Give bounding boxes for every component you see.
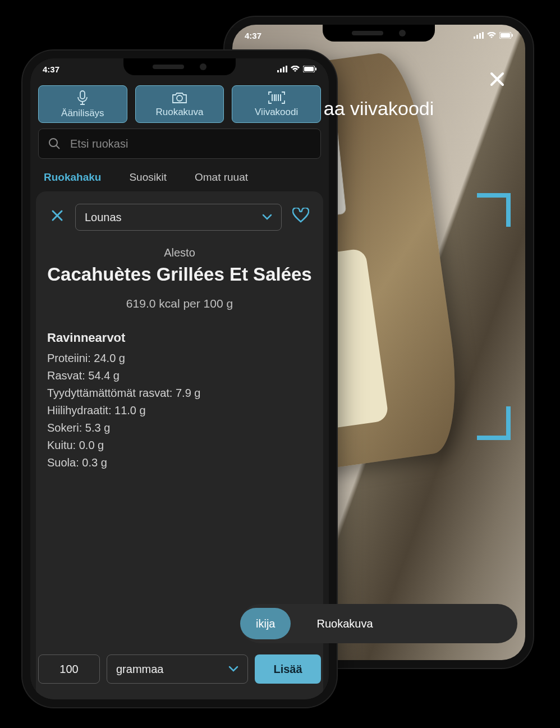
scanner-mode-toggle: ikija Ruokakuva xyxy=(240,604,517,643)
voice-add-button[interactable]: Äänilisäys xyxy=(38,85,127,123)
status-time: 4:37 xyxy=(245,31,261,40)
svg-rect-8 xyxy=(280,68,282,72)
voice-add-label: Äänilisäys xyxy=(61,108,104,119)
add-button[interactable]: Lisää xyxy=(255,654,321,684)
notch xyxy=(323,25,435,42)
nutrient-salt: Suola: 0.3 g xyxy=(47,456,312,469)
status-indicators xyxy=(474,32,513,39)
status-indicators xyxy=(277,66,316,72)
barcode-label: Viivakoodi xyxy=(255,107,298,118)
svg-rect-0 xyxy=(474,36,475,39)
microphone-icon xyxy=(76,90,89,105)
nutrient-carbs: Hiilihydraatit: 11.0 g xyxy=(47,404,312,417)
svg-point-16 xyxy=(49,139,57,146)
signal-icon xyxy=(277,66,287,72)
mode-scanner-button[interactable]: ikija xyxy=(240,608,291,639)
scan-frame-corner xyxy=(477,193,511,227)
kcal-line: 619.0 kcal per 100 g xyxy=(47,297,312,310)
chevron-down-icon xyxy=(262,214,272,221)
barcode-icon xyxy=(268,91,285,104)
notch xyxy=(123,58,236,75)
svg-rect-1 xyxy=(476,35,478,39)
screen-front: 4:37 Äänilisäys Ruokakuva xyxy=(30,58,329,699)
signal-icon xyxy=(474,32,484,39)
search-input[interactable]: Etsi ruokasi xyxy=(38,129,321,159)
close-icon xyxy=(489,71,505,87)
search-icon xyxy=(48,137,61,150)
heart-icon xyxy=(292,208,309,223)
svg-rect-14 xyxy=(80,91,85,99)
chevron-down-icon xyxy=(228,666,238,672)
food-photo-label: Ruokakuva xyxy=(155,107,203,118)
capture-mode-row: Äänilisäys Ruokakuva Viivakoodi xyxy=(30,80,329,123)
battery-icon xyxy=(499,32,513,39)
svg-rect-3 xyxy=(482,32,484,39)
nutrition-list: Proteiini: 24.0 g Rasvat: 54.4 g Tyydytt… xyxy=(47,352,312,469)
svg-rect-12 xyxy=(304,67,314,71)
mode-photo-button[interactable]: Ruokakuva xyxy=(301,608,388,639)
nutrient-fat: Rasvat: 54.4 g xyxy=(47,369,312,382)
unit-select[interactable]: grammaa xyxy=(107,654,248,684)
close-icon xyxy=(51,209,64,222)
meal-select-value: Lounas xyxy=(85,211,122,224)
close-button[interactable] xyxy=(485,67,509,91)
wifi-icon xyxy=(291,66,300,72)
nutrient-satfat: Tyydyttämättömät rasvat: 7.9 g xyxy=(47,387,312,400)
svg-rect-5 xyxy=(501,33,510,38)
tab-food-search[interactable]: Ruokahaku xyxy=(44,171,101,184)
nutrient-protein: Proteiini: 24.0 g xyxy=(47,352,312,365)
meal-select[interactable]: Lounas xyxy=(75,204,282,231)
favorite-button[interactable] xyxy=(290,208,312,227)
close-detail-button[interactable] xyxy=(47,208,67,226)
status-time: 4:37 xyxy=(43,65,59,74)
tab-favorites[interactable]: Suosikit xyxy=(129,171,167,184)
add-row: 100 grammaa Lisää xyxy=(30,645,329,693)
svg-rect-6 xyxy=(512,34,513,37)
product-name: Cacahuètes Grillées Et Salées xyxy=(47,263,312,286)
food-photo-button[interactable]: Ruokakuva xyxy=(135,85,224,123)
svg-rect-13 xyxy=(315,68,316,71)
brand-name: Alesto xyxy=(47,246,312,259)
svg-rect-2 xyxy=(479,33,481,39)
camera-icon xyxy=(172,91,187,104)
unit-select-value: grammaa xyxy=(116,663,163,676)
tabs-row: Ruokahaku Suosikit Omat ruuat xyxy=(30,159,329,189)
svg-rect-9 xyxy=(283,67,284,72)
svg-rect-7 xyxy=(277,70,279,72)
tab-own-foods[interactable]: Omat ruuat xyxy=(195,171,248,184)
svg-rect-10 xyxy=(286,66,287,72)
battery-icon xyxy=(303,66,316,72)
search-placeholder: Etsi ruokasi xyxy=(70,138,128,150)
barcode-button[interactable]: Viivakoodi xyxy=(232,85,321,123)
wifi-icon xyxy=(487,32,496,39)
nutrient-fiber: Kuitu: 0.0 g xyxy=(47,439,312,452)
nutrient-sugar: Sokeri: 5.3 g xyxy=(47,422,312,434)
quantity-input[interactable]: 100 xyxy=(38,654,100,684)
scan-frame-corner xyxy=(477,406,511,440)
svg-point-15 xyxy=(177,95,182,101)
nutrition-heading: Ravinnearvot xyxy=(47,331,312,345)
